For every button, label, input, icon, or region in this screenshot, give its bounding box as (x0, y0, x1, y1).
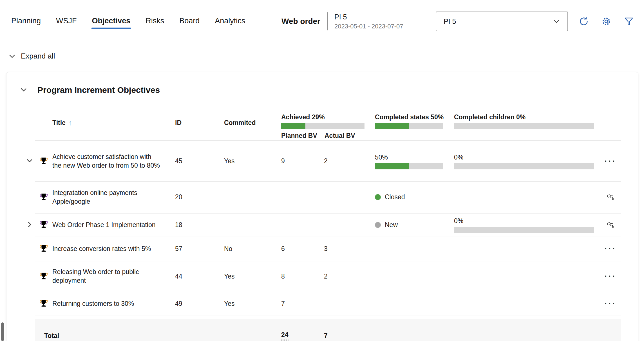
completed-states-summary: Completed states 50% (369, 104, 448, 141)
column-header-planned-bv: Planned BV (281, 132, 325, 140)
column-header-id: ID (169, 104, 217, 141)
actual-bv-value (318, 292, 369, 315)
objective-title: Releasing Web order to public deployment (52, 261, 169, 292)
tab-board[interactable]: Board (179, 14, 200, 29)
planned-bv-value: 9 (275, 141, 318, 181)
status-label: New (385, 221, 398, 229)
table-header: Title ↑ ID Commited Achieved 29% Planned… (24, 104, 621, 141)
tab-wsjf[interactable]: WSJF (55, 14, 77, 29)
settings-button[interactable] (600, 15, 613, 28)
row-menu-button[interactable]: ··· (605, 273, 616, 279)
trophy-icon (35, 181, 52, 213)
tab-objectives[interactable]: Objectives (91, 14, 131, 29)
objective-id: 49 (169, 292, 217, 315)
chevron-down-icon (26, 157, 33, 164)
status-badge: New (375, 221, 398, 229)
actual-bv-value: 2 (318, 261, 369, 292)
objective-id: 20 (169, 181, 217, 213)
section-collapse-toggle[interactable] (20, 86, 27, 94)
expand-all-label: Expand all (21, 52, 55, 60)
actual-bv-value: 2 (318, 141, 369, 181)
table-row: Increase conversion rates with 5% 57 No … (24, 237, 621, 261)
status-dot (375, 194, 381, 200)
objective-title: Returning customers to 30% (52, 292, 169, 315)
board-context: Web order PI 5 2023-05-01 - 2023-07-07 (281, 0, 403, 43)
completed-states-progress-bar (375, 123, 443, 129)
objectives-card: Program Increment Objectives Title ↑ ID … (6, 72, 638, 341)
chevron-down-icon (553, 18, 560, 25)
sort-ascending-icon: ↑ (68, 119, 72, 127)
status-dot (375, 222, 381, 228)
pi-selector[interactable]: PI 5 (436, 12, 568, 31)
table-row: Web Order Phase 1 Implementation 18 New … (24, 213, 621, 237)
unlink-icon (607, 221, 614, 228)
table-row: Returning customers to 30% 49 Yes 7 ··· (24, 292, 621, 315)
planned-bv-value: 7 (275, 292, 318, 315)
pi-date-range: 2023-05-01 - 2023-07-07 (334, 23, 403, 30)
achieved-summary: Achieved 29% Planned BV Actual BV (275, 104, 369, 141)
table-row: Integratation online payments Apple/goog… (24, 181, 621, 213)
planned-bv-value: 6 (275, 237, 318, 261)
tab-planning[interactable]: Planning (11, 14, 41, 29)
trophy-icon (35, 237, 52, 261)
status-label: Closed (385, 193, 405, 201)
tab-analytics[interactable]: Analytics (214, 14, 246, 29)
board-title: Web order (281, 17, 320, 26)
objective-title: Web Order Phase 1 Implementation (52, 213, 169, 237)
objective-id: 18 (169, 213, 217, 237)
gear-icon (601, 16, 611, 26)
total-actual-bv: 7 (318, 319, 369, 341)
filter-button[interactable] (622, 15, 636, 28)
scrollbar-thumb[interactable] (1, 322, 4, 341)
objective-id: 45 (169, 141, 217, 181)
completed-states-label: Completed states 50% (375, 113, 444, 121)
completed-children-cell: 0% (454, 153, 594, 169)
chevron-down-icon (20, 86, 27, 93)
unlink-button[interactable] (607, 193, 614, 201)
refresh-button[interactable] (577, 15, 591, 28)
trophy-icon (35, 213, 52, 237)
objective-id: 44 (169, 261, 217, 292)
table-total-row: Total 24 7 (24, 319, 621, 341)
achieved-progress-bar (281, 123, 365, 129)
objectives-table: Title ↑ ID Commited Achieved 29% Planned… (24, 104, 621, 341)
row-menu-button[interactable]: ··· (605, 158, 616, 164)
unlink-button[interactable] (607, 221, 614, 229)
row-expand-toggle[interactable] (26, 221, 33, 229)
row-menu-button[interactable]: ··· (605, 246, 616, 252)
objective-commited: Yes (217, 292, 275, 315)
header-controls: PI 5 (436, 0, 636, 43)
objective-title: Integratation online payments Apple/goog… (52, 181, 169, 213)
column-header-title[interactable]: Title ↑ (52, 104, 169, 141)
main-nav: Planning WSJF Objectives Risks Board Ana… (11, 0, 246, 43)
total-label: Total (35, 319, 169, 341)
status-badge: Closed (375, 193, 405, 201)
pi-selector-value: PI 5 (444, 17, 456, 26)
objective-title: Achieve customer satisfaction with the n… (52, 141, 169, 181)
column-header-commited: Commited (217, 104, 275, 141)
top-bar: Planning WSJF Objectives Risks Board Ana… (0, 0, 644, 43)
trophy-icon (35, 261, 52, 292)
completed-children-progress-bar (454, 123, 594, 129)
filter-icon (624, 16, 634, 26)
expand-all-button[interactable]: Expand all (8, 52, 55, 60)
row-menu-button[interactable]: ··· (605, 301, 616, 306)
completed-children-cell: 0% (454, 217, 594, 233)
table-row: Achieve customer satisfaction with the n… (24, 141, 621, 181)
trophy-icon (35, 141, 52, 181)
trophy-icon (35, 292, 52, 315)
row-collapse-toggle[interactable] (26, 157, 33, 165)
column-header-actual-bv: Actual BV (325, 132, 355, 140)
completed-children-summary: Completed children 0% (448, 104, 600, 141)
tab-risks[interactable]: Risks (145, 14, 165, 29)
achieved-label: Achieved 29% (281, 113, 325, 121)
chevron-down-icon (8, 53, 16, 60)
unlink-icon (607, 193, 614, 200)
total-planned-bv: 24 (281, 331, 289, 340)
chevron-right-icon (26, 221, 33, 228)
actual-bv-value: 3 (318, 237, 369, 261)
refresh-icon (579, 16, 589, 26)
section-title: Program Increment Objectives (37, 85, 160, 95)
pi-name: PI 5 (334, 13, 403, 21)
divider (327, 12, 328, 30)
